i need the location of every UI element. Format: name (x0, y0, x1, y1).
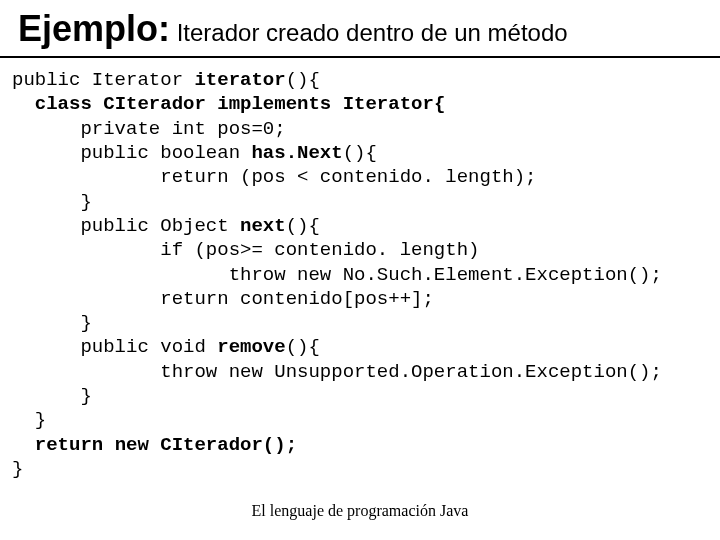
code-text: (){ (286, 215, 320, 237)
code-text: (){ (286, 69, 320, 91)
code-line-1: public Iterator iterator(){ (12, 69, 320, 91)
code-bold: has.Next (251, 142, 342, 164)
slide-footer: El lenguaje de programación Java (0, 502, 720, 520)
code-line-5: return (pos < contenido. length); (12, 166, 537, 188)
code-line-6: } (12, 191, 92, 213)
code-bold: remove (217, 336, 285, 358)
code-line-11: } (12, 312, 92, 334)
code-line-9: throw new No.Such.Element.Exception(); (12, 264, 662, 286)
code-line-16: return new CIterador(); (12, 434, 297, 456)
code-text (12, 434, 35, 456)
code-line-10: return contenido[pos++]; (12, 288, 434, 310)
code-line-3: private int pos=0; (12, 118, 286, 140)
code-text: (){ (343, 142, 377, 164)
code-line-14: } (12, 385, 92, 407)
code-block: public Iterator iterator(){ class CItera… (0, 68, 720, 481)
code-line-17: } (12, 458, 23, 480)
code-text: (){ (286, 336, 320, 358)
slide-title: Ejemplo: Iterador creado dentro de un mé… (0, 0, 720, 50)
code-bold: class CIterador implements Iterator{ (35, 93, 445, 115)
code-line-8: if (pos>= contenido. length) (12, 239, 479, 261)
code-text: public boolean (12, 142, 251, 164)
code-line-4: public boolean has.Next(){ (12, 142, 377, 164)
title-divider (0, 56, 720, 58)
code-text: public Object (12, 215, 240, 237)
code-line-13: throw new Unsupported.Operation.Exceptio… (12, 361, 662, 383)
code-line-7: public Object next(){ (12, 215, 320, 237)
code-bold: iterator (194, 69, 285, 91)
code-text: public Iterator (12, 69, 194, 91)
title-sub: Iterador creado dentro de un método (170, 19, 568, 46)
code-text: public void (12, 336, 217, 358)
title-main: Ejemplo: (18, 8, 170, 49)
code-line-12: public void remove(){ (12, 336, 320, 358)
slide: Ejemplo: Iterador creado dentro de un mé… (0, 0, 720, 540)
code-line-15: } (12, 409, 46, 431)
code-line-2: class CIterador implements Iterator{ (12, 93, 445, 115)
code-bold: next (240, 215, 286, 237)
code-bold: return new CIterador(); (35, 434, 297, 456)
code-text (12, 93, 35, 115)
